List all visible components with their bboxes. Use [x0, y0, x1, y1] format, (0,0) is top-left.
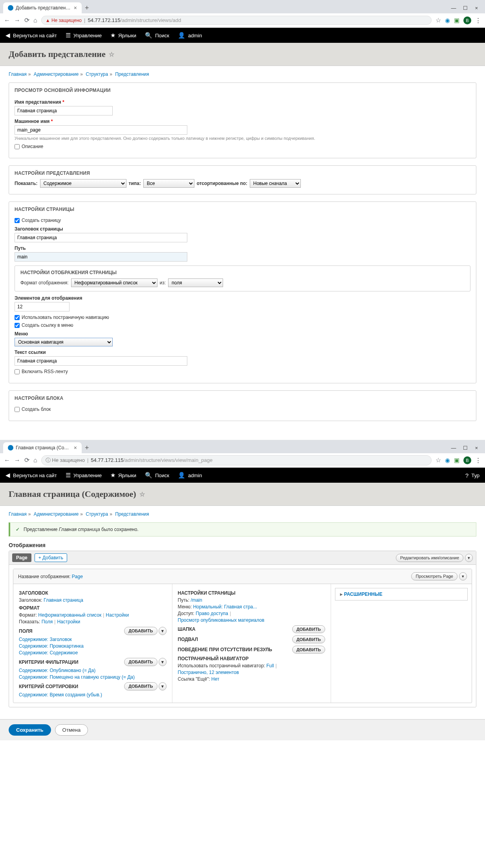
breadcrumb-link[interactable]: Представления — [115, 511, 149, 517]
address-bar[interactable]: ⓘ Не защищено | 54.77.172.115/admin/stru… — [41, 455, 432, 465]
show-settings-link[interactable]: Настройки — [57, 619, 80, 624]
shortcuts-menu[interactable]: ★Ярлыки — [110, 472, 136, 479]
add-empty-button[interactable]: Добавить — [292, 646, 325, 654]
user-menu[interactable]: 👤admin — [178, 32, 202, 39]
add-filter-button[interactable]: Добавить — [124, 658, 157, 666]
add-field-dropdown-icon[interactable]: ▾ — [159, 627, 167, 635]
access-detail-link[interactable]: Просмотр опубликованных материалов — [178, 617, 265, 623]
field-link[interactable]: Содержимое: Промокартинка — [19, 643, 84, 649]
display-of-select[interactable]: поля — [168, 278, 223, 287]
back-to-site-link[interactable]: ◀Вернуться на сайт — [5, 32, 57, 39]
back-icon[interactable]: ← — [4, 457, 10, 464]
breadcrumb-link[interactable]: Структура — [86, 71, 108, 77]
add-footer-button[interactable]: Добавить — [292, 635, 325, 643]
search-menu[interactable]: 🔍Поиск — [145, 472, 169, 479]
use-pager-checkbox[interactable] — [15, 315, 20, 320]
tour-button[interactable]: ?Тур — [465, 472, 480, 479]
description-checkbox[interactable] — [15, 144, 20, 149]
breadcrumb-link[interactable]: Администрирование — [34, 511, 79, 517]
add-field-button[interactable]: Добавить — [124, 627, 157, 635]
filter-link[interactable]: Содержимое: Опубликовано (= Да) — [19, 668, 95, 673]
field-link[interactable]: Содержимое: Содержимое — [19, 650, 78, 656]
user-menu[interactable]: 👤admin — [178, 472, 202, 479]
add-display-button[interactable]: + Добавить — [35, 553, 67, 562]
menu-select[interactable]: Основная навигация — [15, 338, 113, 346]
breadcrumb-link[interactable]: Администрирование — [34, 71, 79, 77]
advanced-toggle[interactable]: ▸РАСШИРЕННЫЕ — [335, 588, 468, 601]
browser-tab[interactable]: Добавить представление | Sys… × — [3, 2, 82, 13]
profile-avatar-icon[interactable]: B — [463, 456, 471, 464]
add-sort-dropdown-icon[interactable]: ▾ — [159, 682, 167, 690]
show-link[interactable]: Поля — [42, 619, 53, 624]
manage-menu[interactable]: ☰Управление — [66, 32, 102, 39]
cancel-button[interactable]: Отмена — [55, 724, 88, 736]
favorite-star-icon[interactable]: ☆ — [109, 51, 114, 58]
title-link[interactable]: Главная страница — [44, 597, 83, 603]
format-settings-link[interactable]: Настройки — [106, 612, 129, 618]
items-input[interactable] — [15, 302, 70, 311]
close-window-icon[interactable]: × — [475, 445, 478, 451]
close-tab-icon[interactable]: × — [74, 445, 77, 451]
machine-name-input[interactable] — [15, 125, 187, 135]
sort-select[interactable]: Новые сначала — [250, 179, 301, 188]
edit-name-dropdown-icon[interactable]: ▾ — [465, 554, 473, 562]
format-link[interactable]: Неформатированный список — [38, 612, 101, 618]
preview-dropdown-icon[interactable]: ▾ — [459, 572, 467, 580]
browser-tab[interactable]: Главная страница (Содержимо… × — [3, 442, 82, 453]
field-link[interactable]: Содержимое: Заголовок — [19, 637, 72, 642]
shortcuts-menu[interactable]: ★Ярлыки — [110, 32, 136, 39]
breadcrumb-link[interactable]: Главная — [9, 511, 27, 517]
save-button[interactable]: Сохранить — [9, 724, 51, 736]
home-icon[interactable]: ⌂ — [33, 457, 37, 464]
close-tab-icon[interactable]: × — [74, 5, 77, 11]
sort-link[interactable]: Содержимое: Время создания (убыв.) — [19, 692, 102, 698]
reload-icon[interactable]: ⟳ — [24, 456, 29, 464]
new-tab-button[interactable]: + — [82, 4, 92, 12]
link-text-input[interactable] — [15, 356, 187, 366]
extension-icon[interactable]: ◉ — [445, 457, 450, 464]
pager-detail-link[interactable]: Постранично, 12 элементов — [178, 670, 239, 675]
add-sort-button[interactable]: Добавить — [124, 682, 157, 690]
access-link[interactable]: Право доступа — [196, 611, 228, 616]
minimize-icon[interactable]: — — [451, 445, 456, 451]
forward-icon[interactable]: → — [14, 457, 20, 464]
bookmark-star-icon[interactable]: ☆ — [436, 16, 441, 24]
type-select[interactable]: Все — [143, 179, 194, 188]
back-to-site-link[interactable]: ◀Вернуться на сайт — [5, 472, 57, 479]
home-icon[interactable]: ⌂ — [33, 17, 37, 24]
add-header-button[interactable]: Добавить — [292, 625, 325, 633]
display-tab-page[interactable]: Page — [12, 553, 31, 562]
profile-avatar-icon[interactable]: B — [463, 16, 471, 24]
breadcrumb-link[interactable]: Представления — [115, 71, 149, 77]
create-page-checkbox[interactable] — [15, 218, 20, 223]
view-name-input[interactable] — [15, 106, 113, 115]
menu-link[interactable]: Нормальный: Главная стра... — [193, 604, 257, 610]
favorite-star-icon[interactable]: ☆ — [139, 491, 145, 498]
new-tab-button[interactable]: + — [82, 444, 92, 452]
back-icon[interactable]: ← — [4, 17, 10, 24]
path-input[interactable] — [15, 252, 187, 262]
breadcrumb-link[interactable]: Главная — [9, 71, 27, 77]
create-menu-checkbox[interactable] — [15, 323, 20, 328]
bookmark-star-icon[interactable]: ☆ — [436, 456, 441, 464]
minimize-icon[interactable]: — — [451, 5, 456, 11]
more-link[interactable]: Нет — [211, 676, 219, 682]
filter-link[interactable]: Содержимое: Помещено на главную страницу… — [19, 674, 135, 680]
maximize-icon[interactable]: ☐ — [463, 5, 468, 11]
menu-icon[interactable]: ⋮ — [475, 17, 481, 24]
extension-icon[interactable]: ▣ — [454, 457, 459, 464]
display-name-link[interactable]: Page — [72, 574, 83, 579]
forward-icon[interactable]: → — [14, 17, 20, 24]
page-title-input[interactable] — [15, 233, 187, 242]
extension-icon[interactable]: ▣ — [454, 17, 459, 24]
manage-menu[interactable]: ☰Управление — [66, 472, 102, 479]
show-select[interactable]: Содержимое — [40, 179, 126, 188]
add-filter-dropdown-icon[interactable]: ▾ — [159, 658, 167, 666]
maximize-icon[interactable]: ☐ — [463, 445, 468, 451]
search-menu[interactable]: 🔍Поиск — [145, 32, 169, 39]
close-window-icon[interactable]: × — [475, 5, 478, 11]
path-link[interactable]: /main — [191, 597, 202, 603]
preview-button[interactable]: Просмотреть Page — [411, 572, 458, 580]
breadcrumb-link[interactable]: Структура — [86, 511, 108, 517]
rss-checkbox[interactable] — [15, 369, 20, 374]
